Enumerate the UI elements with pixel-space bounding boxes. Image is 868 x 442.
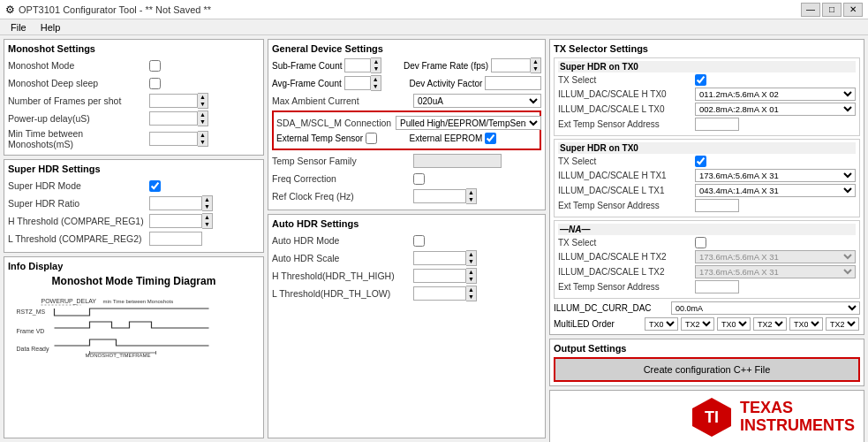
super-hdr-ratio-spinner: 64.00 ▲ ▼ <box>149 195 213 211</box>
auto-hdr-scale-input[interactable]: 4.00 <box>413 251 466 265</box>
max-ambient-select[interactable]: 020uA <box>413 94 541 108</box>
avgframe-activity-row: Avg-Frame Count 2 ▲ ▼ Dev Activity Facto… <box>272 75 541 91</box>
tx1-select-checkbox[interactable] <box>695 156 706 167</box>
hdr-h-increment[interactable]: ▲ <box>466 269 476 276</box>
tx2-illum-h-select[interactable]: 173.6mA:5.6mA X 31 <box>695 250 856 263</box>
h-threshold-decrement[interactable]: ▼ <box>202 221 212 228</box>
freq-correction-checkbox[interactable] <box>413 173 425 185</box>
tx0-ext-temp-addr-input[interactable]: 0x48 <box>695 118 739 131</box>
ext-temp-eeprom-row: External Temp Sensor External EEPROM <box>276 133 537 144</box>
led-select-0[interactable]: TX0 <box>645 317 678 331</box>
tx2-ext-temp-addr-input[interactable]: 0x4a <box>695 280 739 293</box>
devframe-rate-label: Dev Frame Rate (fps) <box>404 61 488 71</box>
create-config-button[interactable]: Create configuration C++ File <box>554 357 860 382</box>
hdr-h-threshold-input[interactable]: 25500 <box>413 269 466 283</box>
max-ambient-label: Max Ambient Current <box>272 95 413 106</box>
hdr-l-threshold-input[interactable]: 4812 <box>413 286 466 301</box>
minimize-button[interactable]: — <box>801 3 820 17</box>
devframe-increment[interactable]: ▲ <box>531 58 540 65</box>
subframe-count-input[interactable]: 6 <box>344 58 371 72</box>
min-time-input[interactable]: 0.42 <box>149 132 198 146</box>
powerup-delay-input[interactable]: 153 <box>149 111 198 126</box>
ref-clock-input[interactable]: 32768 <box>413 189 466 203</box>
activity-factor-form: Dev Activity Factor 33.33% <box>410 76 542 90</box>
monoshot-title: Monoshot Settings <box>8 43 260 54</box>
temp-sensor-family-input[interactable]: TMP102 <box>413 154 502 168</box>
tx0-illum-l-select[interactable]: 002.8mA:2.8mA X 01 <box>695 103 856 116</box>
tx2-select-checkbox[interactable] <box>695 237 706 248</box>
tx1-select-label: TX Select <box>558 156 695 166</box>
ext-temp-sensor-checkbox[interactable] <box>366 133 377 144</box>
ref-clock-increment[interactable]: ▲ <box>466 189 476 196</box>
subframe-decrement[interactable]: ▼ <box>371 65 381 72</box>
subframe-increment[interactable]: ▲ <box>371 58 381 65</box>
max-ambient-row: Max Ambient Current 020uA <box>272 93 541 109</box>
tx0-illum-h-select[interactable]: 011.2mA:5.6mA X 02 <box>695 88 856 101</box>
devframe-decrement[interactable]: ▼ <box>531 65 540 72</box>
powerup-delay-increment[interactable]: ▲ <box>198 111 208 118</box>
super-hdr-mode-checkbox[interactable] <box>149 180 161 192</box>
monoshot-deep-sleep-checkbox[interactable] <box>149 78 161 89</box>
hdr-h-decrement[interactable]: ▼ <box>466 276 476 283</box>
powerup-delay-decrement[interactable]: ▼ <box>198 118 208 126</box>
l-threshold-input[interactable]: 4312 <box>149 232 202 246</box>
devframe-rate-input[interactable]: 666.67 <box>491 58 531 72</box>
super-hdr-tx0-panel: Super HDR on TX0 TX Select ILLUM_DAC/SCA… <box>554 57 860 136</box>
ref-clock-decrement[interactable]: ▼ <box>466 196 476 203</box>
min-time-decrement[interactable]: ▼ <box>198 139 208 146</box>
hdr-l-increment[interactable]: ▲ <box>466 286 476 293</box>
led-select-5[interactable]: TX2 <box>826 317 859 331</box>
frames-per-shot-decrement[interactable]: ▼ <box>198 101 208 108</box>
frames-per-shot-input[interactable]: 1 <box>149 94 198 108</box>
tx1-illum-h-select[interactable]: 173.6mA:5.6mA X 31 <box>695 169 856 182</box>
info-display-title: Info Display <box>8 261 260 271</box>
hdr-l-decrement[interactable]: ▼ <box>466 293 476 301</box>
min-time-increment[interactable]: ▲ <box>198 132 208 139</box>
h-threshold-input[interactable]: 26000 <box>149 214 202 228</box>
super-hdr-title: Super HDR Settings <box>8 164 260 174</box>
led-select-2[interactable]: TX0 <box>717 317 751 331</box>
close-button[interactable]: ✕ <box>843 3 863 17</box>
super-hdr-ratio-increment[interactable]: ▲ <box>202 196 212 203</box>
super-hdr-ratio-row: Super HDR Ratio 64.00 ▲ ▼ <box>8 195 260 211</box>
led-select-3[interactable]: TX2 <box>753 317 787 331</box>
freq-correction-row: Freq Correction <box>272 171 541 187</box>
auto-hdr-title: Auto HDR Settings <box>272 218 541 229</box>
general-device-settings-panel: General Device Settings Sub-Frame Count … <box>268 39 546 210</box>
left-column: Monoshot Settings Monoshot Mode Monoshot… <box>4 39 264 438</box>
illum-dc-select[interactable]: 00.0mA <box>671 301 860 315</box>
tx1-illum-l-select[interactable]: 043.4mA:1.4mA X 31 <box>695 184 856 197</box>
tx1-illum-l-row: ILLUM_DAC/SCALE L TX1 043.4mA:1.4mA X 31 <box>558 184 856 197</box>
activity-factor-input[interactable]: 33.33% <box>485 76 541 90</box>
super-hdr-ratio-input[interactable]: 64.00 <box>149 196 202 210</box>
menu-file[interactable]: File <box>4 21 34 34</box>
frames-per-shot-increment[interactable]: ▲ <box>198 94 208 101</box>
ti-instruments-text: INSTRUMENTS <box>740 417 855 435</box>
auto-hdr-scale-increment[interactable]: ▲ <box>466 251 476 258</box>
tx1-ext-temp-addr-input[interactable]: 0x49 <box>695 199 739 212</box>
tx0-select-checkbox[interactable] <box>695 74 706 86</box>
title-bar: ⚙ OPT3101 Configurator Tool - ** Not Sav… <box>0 0 868 19</box>
led-select-1[interactable]: TX2 <box>681 317 714 331</box>
tx0-select-row: TX Select <box>558 74 856 86</box>
led-select-4[interactable]: TX0 <box>789 317 823 331</box>
super-hdr-settings-panel: Super HDR Settings Super HDR Mode Super … <box>4 159 264 253</box>
svg-text:RSTZ_MS: RSTZ_MS <box>17 309 46 316</box>
avgframe-count-input[interactable]: 2 <box>344 76 371 90</box>
auto-hdr-mode-checkbox[interactable] <box>413 235 425 247</box>
maximize-button[interactable]: □ <box>822 3 842 17</box>
tx2-illum-l-select[interactable]: 173.6mA:5.6mA X 31 <box>695 265 856 278</box>
avgframe-increment[interactable]: ▲ <box>371 76 381 83</box>
devframe-rate-spinner: 666.67 ▲ ▼ <box>491 57 541 73</box>
sda-connection-select[interactable]: Pulled High/EEPROM/TempSensor <box>396 116 541 130</box>
ext-eeprom-checkbox[interactable] <box>485 133 496 144</box>
auto-hdr-scale-decrement[interactable]: ▼ <box>466 258 476 265</box>
l-threshold-row: L Threshold (COMPARE_REG2) 4312 <box>8 231 260 247</box>
h-threshold-increment[interactable]: ▲ <box>202 214 212 221</box>
avgframe-decrement[interactable]: ▼ <box>371 83 381 90</box>
main-content: Monoshot Settings Monoshot Mode Monoshot… <box>0 35 868 442</box>
menu-help[interactable]: Help <box>34 21 68 34</box>
monoshot-mode-checkbox[interactable] <box>149 60 161 72</box>
output-settings-panel: Output Settings Create configuration C++… <box>549 339 864 386</box>
super-hdr-ratio-decrement[interactable]: ▼ <box>202 203 212 210</box>
